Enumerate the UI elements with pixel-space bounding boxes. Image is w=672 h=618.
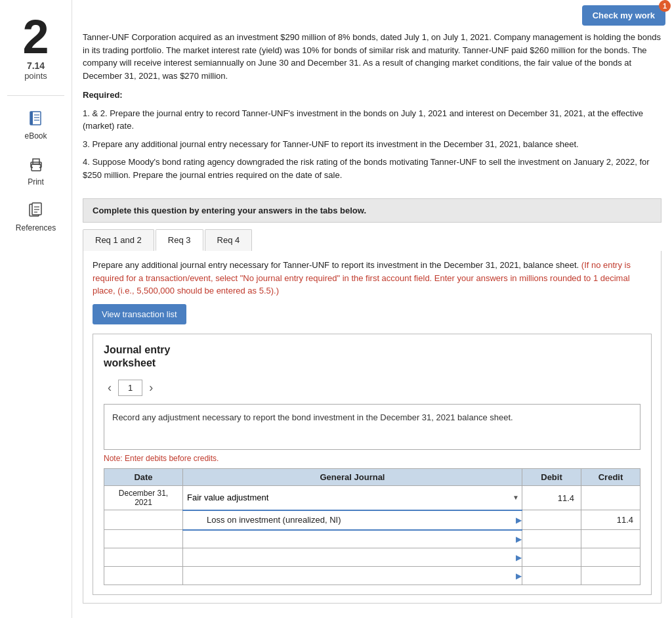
next-page-button[interactable]: › xyxy=(145,380,157,396)
tabs-container: Req 1 and 2 Req 3 Req 4 xyxy=(83,229,662,251)
next-arrow-icon: › xyxy=(149,381,153,394)
account-input-4[interactable] xyxy=(183,550,514,565)
date-cell-1: December 31,2021 xyxy=(104,486,183,510)
account-input-3[interactable] xyxy=(183,531,514,546)
debit-cell-2 xyxy=(522,510,581,530)
credit-value-2: 11.4 xyxy=(617,515,633,525)
date-cell-2 xyxy=(104,510,183,530)
tab-req4-label: Req 4 xyxy=(217,235,240,245)
pagination: ‹ 1 › xyxy=(104,380,640,396)
debit-cell-5 xyxy=(522,567,581,585)
entry-description: Record any adjustment necessary to repor… xyxy=(104,404,640,450)
credit-cell-1 xyxy=(581,486,640,510)
req-instruction-main: Prepare any additional journal entry nec… xyxy=(93,260,579,270)
instructions-text: Complete this question by entering your … xyxy=(93,206,366,215)
journal-title: Journal entryworksheet xyxy=(104,343,640,371)
account-input-5[interactable] xyxy=(183,568,514,583)
current-page: 1 xyxy=(118,380,142,396)
question-number: 2 xyxy=(22,7,49,60)
svg-rect-6 xyxy=(33,159,39,164)
view-transaction-list-button[interactable]: View transaction list xyxy=(93,304,186,324)
required-header: Required: xyxy=(83,89,662,102)
col-credit: Credit xyxy=(581,469,640,486)
account-text-2: Loss on investment (unrealized, NI) xyxy=(196,512,514,527)
date-cell-3 xyxy=(104,530,183,548)
svg-point-9 xyxy=(39,164,40,166)
tab-req3[interactable]: Req 3 xyxy=(156,229,203,251)
sidebar-divider xyxy=(7,95,64,96)
instructions-box: Complete this question by entering your … xyxy=(83,198,662,223)
date-cell-5 xyxy=(104,567,183,585)
note-text: Note: Enter debits before credits. xyxy=(104,454,640,463)
table-row: ▶ xyxy=(104,548,640,567)
check-badge: 1 xyxy=(659,0,671,12)
top-bar: Check my work 1 xyxy=(72,0,672,31)
table-row: December 31,2021 ▼ 11.4 xyxy=(104,486,640,510)
debit-cell-1: 11.4 xyxy=(522,486,581,510)
dropdown-arrow-1[interactable]: ▼ xyxy=(510,494,522,501)
col-general-journal: General Journal xyxy=(183,469,522,486)
cell-arrow-4: ▶ xyxy=(516,553,522,562)
debit-cell-4 xyxy=(522,548,581,567)
sidebar: 2 7.14 points eBook xyxy=(0,0,72,618)
account-cell-1[interactable]: ▼ xyxy=(183,486,522,510)
debit-cell-3 xyxy=(522,530,581,548)
check-btn-label: Check my work xyxy=(593,11,655,20)
references-icon xyxy=(26,200,47,221)
journal-table: Date General Journal Debit Credit Decemb… xyxy=(104,468,640,585)
req2-text: 3. Prepare any additional journal entry … xyxy=(83,138,662,151)
sidebar-item-ebook[interactable]: eBook xyxy=(0,101,72,147)
prev-arrow-icon: ‹ xyxy=(108,381,112,394)
content-area: Prepare any additional journal entry nec… xyxy=(83,251,662,604)
tab-req4[interactable]: Req 4 xyxy=(205,229,253,251)
cell-arrow-2: ▶ xyxy=(516,516,522,525)
credit-cell-4 xyxy=(581,548,640,567)
tab-req1and2-label: Req 1 and 2 xyxy=(95,235,142,245)
account-input-wrapper-4[interactable]: ▶ xyxy=(183,550,522,565)
account-input-1[interactable] xyxy=(183,490,510,505)
account-cell-5[interactable]: ▶ xyxy=(183,567,522,585)
prev-page-button[interactable]: ‹ xyxy=(104,380,116,396)
points-value: 7.14 xyxy=(27,60,45,71)
credit-cell-2: 11.4 xyxy=(581,510,640,530)
date-cell-4 xyxy=(104,548,183,567)
problem-text: Tanner-UNF Corporation acquired as an in… xyxy=(72,31,672,193)
problem-main-text: Tanner-UNF Corporation acquired as an in… xyxy=(83,31,662,82)
credit-cell-5 xyxy=(581,567,640,585)
account-cell-2[interactable]: Loss on investment (unrealized, NI) ▶ xyxy=(183,510,522,530)
svg-rect-8 xyxy=(33,167,39,169)
print-label: Print xyxy=(28,177,44,187)
req1-text: 1. & 2. Prepare the journal entry to rec… xyxy=(83,107,662,133)
credit-cell-3 xyxy=(581,530,640,548)
references-label: References xyxy=(16,223,56,232)
account-input-wrapper-2[interactable]: Loss on investment (unrealized, NI) ▶ xyxy=(196,512,522,527)
view-transactions-label: View transaction list xyxy=(102,309,177,319)
tab-req3-label: Req 3 xyxy=(168,235,191,245)
check-my-work-button[interactable]: Check my work 1 xyxy=(582,5,665,26)
debit-value-1: 11.4 xyxy=(558,493,574,503)
tabs: Req 1 and 2 Req 3 Req 4 xyxy=(83,229,662,251)
points-label: points xyxy=(24,71,47,90)
account-cell-3[interactable]: ▶ xyxy=(183,530,522,548)
table-row: ▶ xyxy=(104,530,640,548)
sidebar-item-print[interactable]: Print xyxy=(0,147,72,193)
svg-rect-1 xyxy=(30,112,33,125)
date-value-1: December 31,2021 xyxy=(119,489,168,507)
sidebar-item-references[interactable]: References xyxy=(0,193,72,239)
account-input-wrapper-1[interactable]: ▼ xyxy=(183,490,522,505)
table-row: Loss on investment (unrealized, NI) ▶ 11… xyxy=(104,510,640,530)
main-content: Check my work 1 Tanner-UNF Corporation a… xyxy=(72,0,672,618)
account-cell-4[interactable]: ▶ xyxy=(183,548,522,567)
col-debit: Debit xyxy=(522,469,581,486)
journal-worksheet: Journal entryworksheet ‹ 1 › Record any … xyxy=(93,334,652,596)
col-date: Date xyxy=(104,469,183,486)
cell-arrow-3: ▶ xyxy=(516,535,522,544)
ebook-label: eBook xyxy=(24,131,47,141)
cell-arrow-5: ▶ xyxy=(516,571,522,581)
table-row: ▶ xyxy=(104,567,640,585)
req-instruction: Prepare any additional journal entry nec… xyxy=(93,259,652,298)
book-icon xyxy=(26,108,47,129)
account-input-wrapper-3[interactable]: ▶ xyxy=(183,531,522,546)
account-input-wrapper-5[interactable]: ▶ xyxy=(183,568,522,583)
tab-req1and2[interactable]: Req 1 and 2 xyxy=(83,229,154,251)
